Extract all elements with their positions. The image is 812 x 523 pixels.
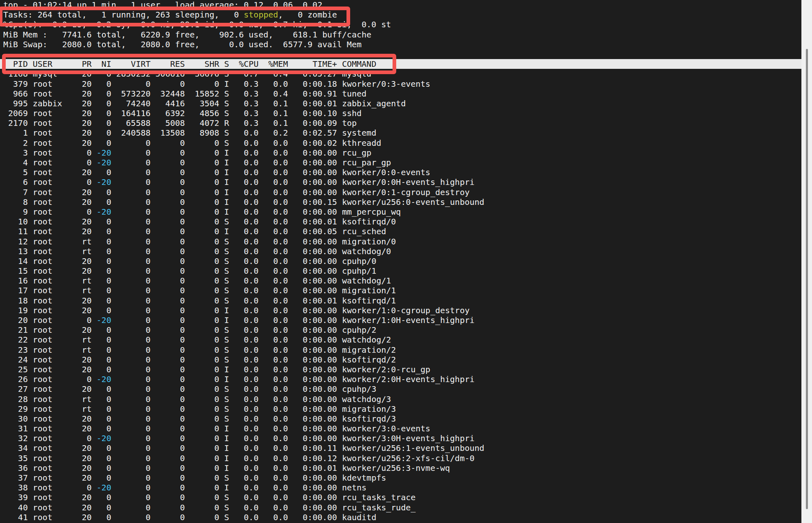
cell-mem: 0.0 bbox=[258, 384, 288, 394]
cell-mem: 0.0 bbox=[258, 266, 288, 276]
process-row: 26 root 0 -20 0 0 0 I 0.0 0.0 0:00.00 kw… bbox=[3, 374, 801, 384]
column-header-cpu: %CPU bbox=[229, 59, 258, 69]
cell-ni: 0 bbox=[92, 424, 111, 433]
cell-state: S bbox=[219, 69, 229, 79]
cell-user: root bbox=[28, 286, 72, 295]
cell-command: watchdog/1 bbox=[337, 276, 391, 286]
cell-ni: -20 bbox=[92, 433, 111, 443]
cell-pid: 966 bbox=[3, 89, 28, 99]
cell-pid: 16 bbox=[3, 276, 28, 286]
cell-user: root bbox=[28, 167, 72, 177]
cell-time: 0:00.12 bbox=[288, 453, 337, 463]
process-row: 24 root 20 0 0 0 0 S 0.0 0.0 0:00.00 kso… bbox=[3, 355, 801, 365]
process-row: 39 root 20 0 0 0 0 S 0.0 0.0 0:00.00 rcu… bbox=[3, 492, 801, 502]
cell-mem: 0.0 bbox=[258, 473, 288, 483]
cell-user: root bbox=[28, 158, 72, 167]
cell-ni: 0 bbox=[92, 355, 111, 365]
cell-mem: 0.0 bbox=[258, 424, 288, 433]
cell-command: migration/3 bbox=[337, 404, 396, 414]
cell-time: 0:00.00 bbox=[288, 414, 337, 424]
cell-pid: 12 bbox=[3, 237, 28, 246]
process-row: 20 root 0 -20 0 0 0 I 0.0 0.0 0:00.00 kw… bbox=[3, 315, 801, 325]
cell-ni: 0 bbox=[92, 443, 111, 453]
cell-state: S bbox=[219, 296, 229, 305]
column-header-pid: PID bbox=[3, 59, 28, 69]
cell-pid: 23 bbox=[3, 345, 28, 355]
cell-ni: 0 bbox=[92, 226, 111, 236]
cell-time: 0:00.00 bbox=[288, 177, 337, 187]
cell-command: zabbix_agentd bbox=[337, 99, 406, 108]
cell-cpu: 0.0 bbox=[229, 207, 258, 217]
cell-user: root bbox=[28, 266, 72, 276]
summary-line-swap: MiB Swap: 2080.0 total, 2080.0 free, 0.0… bbox=[3, 40, 801, 49]
process-row: 2 root 20 0 0 0 0 S 0.0 0.0 0:00.02 kthr… bbox=[3, 138, 801, 148]
column-header-ni: NI bbox=[92, 59, 111, 69]
cell-time: 0:00.00 bbox=[288, 158, 337, 167]
process-row: 3 root 0 -20 0 0 0 I 0.0 0.0 0:00.00 rcu… bbox=[3, 148, 801, 158]
cell-cpu: 0.0 bbox=[229, 138, 258, 148]
cell-res: 0 bbox=[150, 394, 185, 404]
cell-time: 0:00.00 bbox=[288, 433, 337, 443]
process-row: 27 root 20 0 0 0 0 S 0.0 0.0 0:00.00 cpu… bbox=[3, 384, 801, 394]
cell-virt: 0 bbox=[111, 256, 150, 266]
cell-mem: 0.0 bbox=[258, 138, 288, 148]
cell-ni: 0 bbox=[92, 256, 111, 266]
cell-virt: 0 bbox=[111, 315, 150, 325]
cell-shr: 0 bbox=[185, 512, 219, 522]
cell-ni: 0 bbox=[92, 365, 111, 374]
cell-command: kworker/u256:1-events_unbound bbox=[337, 443, 484, 453]
cell-mem: 0.0 bbox=[258, 414, 288, 424]
cell-state: S bbox=[219, 414, 229, 424]
cell-mem: 0.0 bbox=[258, 237, 288, 246]
cell-res: 0 bbox=[150, 256, 185, 266]
scrollbar-track[interactable] bbox=[801, 0, 812, 523]
cell-time: 0:00.01 bbox=[288, 296, 337, 305]
cell-res: 0 bbox=[150, 197, 185, 207]
cell-res: 0 bbox=[150, 443, 185, 453]
cell-state: S bbox=[219, 512, 229, 522]
cell-state: S bbox=[219, 503, 229, 512]
cell-command: kworker/u256:3-nvme-wq bbox=[337, 463, 450, 473]
cell-cpu: 0.0 bbox=[229, 404, 258, 414]
cell-virt: 0 bbox=[111, 138, 150, 148]
cell-virt: 0 bbox=[111, 79, 150, 89]
cell-res: 0 bbox=[150, 296, 185, 305]
cell-command: kworker/3:0-events bbox=[337, 424, 430, 433]
cell-pid: 25 bbox=[3, 365, 28, 374]
process-row: 40 root 20 0 0 0 0 S 0.0 0.0 0:00.00 rcu… bbox=[3, 503, 801, 512]
cell-cpu: 0.0 bbox=[229, 394, 258, 404]
cell-res: 0 bbox=[150, 492, 185, 502]
cell-pr: 20 bbox=[72, 503, 92, 512]
cell-user: root bbox=[28, 473, 72, 483]
cell-pid: 9 bbox=[3, 207, 28, 217]
cell-pid: 11 bbox=[3, 226, 28, 236]
process-row: 7 root 20 0 0 0 0 I 0.0 0.0 0:00.00 kwor… bbox=[3, 187, 801, 197]
cell-shr: 0 bbox=[185, 158, 219, 167]
scrollbar-thumb[interactable] bbox=[806, 49, 808, 509]
cell-res: 0 bbox=[150, 246, 185, 256]
cell-time: 0:00.00 bbox=[288, 187, 337, 197]
cell-state: I bbox=[219, 305, 229, 315]
cell-shr: 0 bbox=[185, 355, 219, 365]
cell-command: netns bbox=[337, 483, 366, 492]
process-row: 31 root 20 0 0 0 0 I 0.0 0.0 0:00.00 kwo… bbox=[3, 424, 801, 433]
cell-shr: 0 bbox=[185, 503, 219, 512]
cell-ni: 0 bbox=[92, 335, 111, 345]
cell-cpu: 0.0 bbox=[229, 217, 258, 226]
cell-pr: 20 bbox=[72, 187, 92, 197]
cell-shr: 0 bbox=[185, 365, 219, 374]
cell-pid: 24 bbox=[3, 355, 28, 365]
cell-pr: 20 bbox=[72, 443, 92, 453]
cell-cpu: 0.0 bbox=[229, 443, 258, 453]
cell-ni: 0 bbox=[92, 197, 111, 207]
process-row: 37 root 20 0 0 0 0 S 0.0 0.0 0:00.00 kde… bbox=[3, 473, 801, 483]
cell-pr: 0 bbox=[72, 315, 92, 325]
cell-cpu: 0.0 bbox=[229, 296, 258, 305]
cell-mem: 0.0 bbox=[258, 148, 288, 158]
cell-user: root bbox=[28, 365, 72, 374]
cell-shr: 0 bbox=[185, 177, 219, 187]
cell-pid: 18 bbox=[3, 296, 28, 305]
cell-ni: 0 bbox=[92, 473, 111, 483]
cell-shr: 0 bbox=[185, 492, 219, 502]
cell-pr: 0 bbox=[72, 158, 92, 167]
